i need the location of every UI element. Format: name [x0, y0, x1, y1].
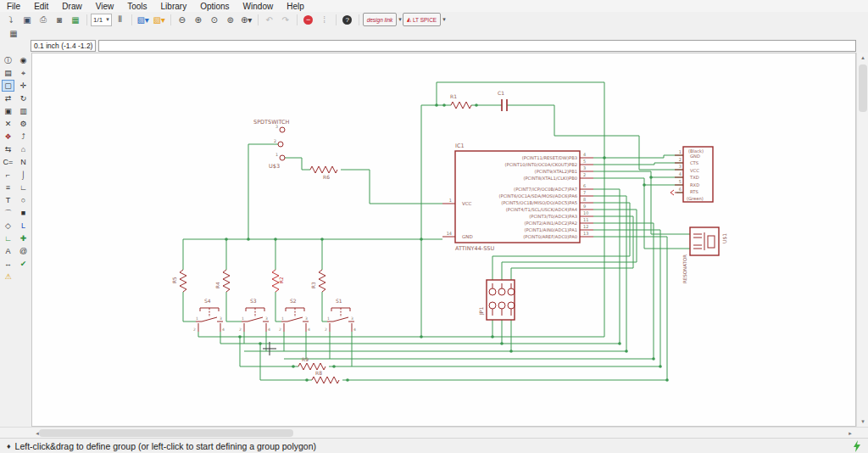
- pinswap-tool[interactable]: ⇆: [2, 143, 14, 155]
- junction-tool[interactable]: ✚: [17, 232, 30, 244]
- polygon-tool[interactable]: ◇: [2, 220, 14, 232]
- scroll-up-arrow-icon[interactable]: ▴: [857, 53, 868, 63]
- dimension-tool[interactable]: ↔: [2, 258, 14, 270]
- name-tool[interactable]: N: [17, 156, 30, 168]
- value-tool[interactable]: C=: [2, 156, 14, 168]
- part-r4[interactable]: R4: [215, 270, 230, 292]
- gateswap-tool[interactable]: ⌂: [17, 143, 30, 155]
- undo-button[interactable]: ↶: [262, 14, 277, 26]
- zoom-fit-button[interactable]: ⊙: [207, 14, 222, 26]
- text-tool[interactable]: T: [2, 194, 14, 206]
- print-button[interactable]: ⎙: [36, 14, 51, 26]
- part-r9[interactable]: R9: [298, 356, 326, 370]
- smash-tool[interactable]: ⤴: [17, 131, 30, 143]
- vertical-scroll-thumb[interactable]: [859, 64, 867, 112]
- part-ic1[interactable]: IC1 ATTINY44-SSU VCC GND 1 14 4 5 3 2 6 …: [442, 143, 593, 252]
- group-tool[interactable]: ▢: [2, 80, 14, 92]
- miter-tool[interactable]: ⌐: [2, 169, 14, 181]
- toolbar-separator: [86, 14, 87, 25]
- mark-tool[interactable]: ⌖: [17, 67, 30, 79]
- part-s1[interactable]: S1 1 3 2 4: [325, 298, 356, 332]
- paste-tool[interactable]: ▥: [17, 105, 30, 117]
- copy-tool[interactable]: ▣: [2, 105, 14, 117]
- svg-text:4: 4: [268, 327, 270, 332]
- board-layers-button[interactable]: ▧▾: [152, 14, 167, 26]
- horizontal-scroll-thumb[interactable]: [39, 429, 293, 437]
- run-button[interactable]: ⁞: [317, 14, 332, 26]
- zoom-select-button[interactable]: ⊕▾: [239, 14, 254, 26]
- grid-button[interactable]: ▦: [4, 27, 23, 40]
- part-s3[interactable]: S3 1 3 2 4: [239, 298, 270, 332]
- design-link-dropdown[interactable]: ▾: [398, 16, 402, 23]
- menu-edit[interactable]: Edit: [27, 1, 55, 12]
- menu-tools[interactable]: Tools: [120, 1, 153, 12]
- bus-tool[interactable]: L: [17, 220, 30, 232]
- change-tool[interactable]: ⚙: [17, 118, 30, 130]
- part-r6[interactable]: R6: [310, 166, 337, 180]
- svg-text:1: 1: [275, 153, 278, 157]
- info-tool[interactable]: ⓘ: [2, 54, 14, 66]
- arc-tool[interactable]: ⌒: [2, 207, 14, 219]
- schematic-layers-button[interactable]: ▧▾: [136, 14, 151, 26]
- menu-window[interactable]: Window: [236, 1, 281, 12]
- move-tool[interactable]: ✛: [17, 80, 30, 92]
- scroll-down-arrow-icon[interactable]: ▾: [857, 417, 868, 427]
- help-icon: ?: [342, 15, 352, 25]
- menu-options[interactable]: Options: [193, 1, 236, 12]
- rect-tool[interactable]: ■: [17, 207, 30, 219]
- menu-help[interactable]: Help: [280, 1, 311, 12]
- zoom-in-button[interactable]: ⊕: [191, 14, 206, 26]
- net-wires[interactable]: [183, 82, 690, 380]
- split-tool[interactable]: ⌡: [17, 169, 30, 181]
- part-jp1[interactable]: JP1: [478, 280, 515, 320]
- schematic-canvas[interactable]: IC1 ATTINY44-SSU VCC GND 1 14 4 5 3 2 6 …: [31, 53, 856, 427]
- redo-button[interactable]: ↷: [278, 14, 293, 26]
- zoom-out-button[interactable]: ⊖: [175, 14, 190, 26]
- switch-to-board-button[interactable]: ▦: [68, 14, 83, 26]
- display-tool[interactable]: ▤: [2, 67, 14, 79]
- save-button[interactable]: ▣: [19, 14, 35, 26]
- wire-tool[interactable]: ∟: [17, 182, 30, 193]
- design-link-button[interactable]: design link: [363, 13, 398, 26]
- rotate-tool[interactable]: ↻: [17, 92, 30, 104]
- sheet-selector[interactable]: 1/1 ▾: [91, 14, 112, 26]
- export-image-button[interactable]: ◙: [52, 14, 67, 26]
- part-r3[interactable]: R3: [311, 270, 326, 292]
- board-icon: ▦: [71, 15, 79, 25]
- menu-view[interactable]: View: [89, 1, 121, 12]
- stop-button[interactable]: −: [301, 14, 316, 26]
- part-s2[interactable]: S2 1 3 2 4: [279, 298, 310, 332]
- menu-library[interactable]: Library: [154, 1, 194, 12]
- ltspice-button[interactable]: ◭ LT SPICE: [403, 13, 441, 26]
- circle-tool[interactable]: ○: [17, 194, 30, 206]
- vertical-scrollbar[interactable]: ▴ ▾: [856, 53, 868, 427]
- part-s4[interactable]: S4 1 3 2 4: [193, 298, 225, 332]
- add-tool[interactable]: ❖: [2, 131, 14, 143]
- errors-tool[interactable]: ⚠: [2, 271, 14, 282]
- delete-tool[interactable]: ✕: [2, 118, 14, 130]
- horizontal-scrollbar[interactable]: ◂ ▸: [0, 427, 868, 438]
- ltspice-dropdown[interactable]: ▾: [442, 16, 446, 23]
- mirror-tool[interactable]: ⇄: [2, 92, 14, 104]
- command-input[interactable]: [98, 40, 856, 52]
- part-r5[interactable]: R5: [172, 270, 186, 292]
- part-ftdi-header[interactable]: 1 2 3 4 5 6 (Black) GND CTS VCC TXD RXD …: [670, 147, 713, 202]
- part-r2[interactable]: R2: [272, 270, 284, 292]
- show-tool[interactable]: ◉: [17, 54, 30, 66]
- svg-text:7: 7: [583, 190, 586, 195]
- part-c1[interactable]: C1: [498, 90, 507, 111]
- erc-tool[interactable]: ✔: [17, 258, 30, 270]
- zoom-redraw-button[interactable]: ⊚: [223, 14, 238, 26]
- open-button[interactable]: ⤵: [3, 14, 19, 26]
- part-resonator[interactable]: RESONATOR U$1: [682, 227, 727, 283]
- part-r1[interactable]: R1: [450, 93, 471, 109]
- label-tool[interactable]: A: [2, 245, 14, 257]
- attribute-tool[interactable]: @: [17, 245, 30, 257]
- net-tool[interactable]: ∟: [2, 232, 14, 244]
- part-r8[interactable]: R8: [312, 370, 339, 383]
- use-library-button[interactable]: ⫴: [113, 14, 128, 26]
- invoke-tool[interactable]: ≡: [2, 182, 14, 193]
- menu-file[interactable]: File: [0, 1, 27, 12]
- menu-draw[interactable]: Draw: [55, 1, 88, 12]
- help-button[interactable]: ?: [340, 14, 355, 26]
